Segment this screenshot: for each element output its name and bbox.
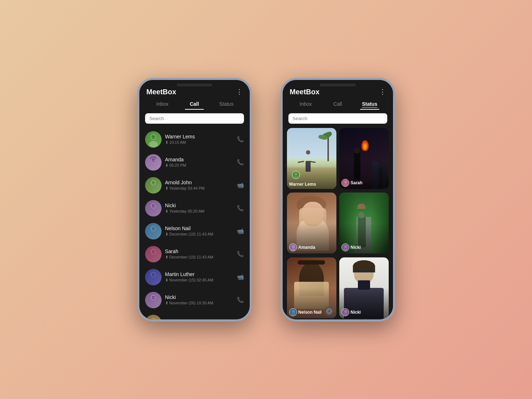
svg-point-13 [153,204,154,205]
call-item-arnold[interactable]: Arnold John ⬆ Yesterday 03:44 PM 📹 [145,174,244,197]
tabs-left: Inbox Call Status [139,99,250,109]
header-right: MeetBox ⋮ [283,80,393,99]
svg-point-39 [344,248,348,251]
svg-point-4 [153,136,154,137]
camera-overlay-nelson [324,306,334,316]
call-item-nicki1[interactable]: Nicki ⬇ Yesterday 05:20 AM 📞 [145,197,244,220]
call-name-martin: Martin Luther [165,271,233,277]
more-icon-right[interactable]: ⋮ [379,89,386,95]
svg-point-41 [292,310,295,313]
status-card-nelson[interactable]: Nelson Nail [287,257,336,318]
tabs-right: Inbox Call Status [283,99,393,109]
svg-point-23 [150,295,156,300]
call-time-arnold: ⬆ Yesterday 03:44 PM [165,186,233,191]
search-input-left[interactable] [149,116,240,121]
svg-point-19 [153,250,154,251]
screen-right: MeetBox ⋮ Inbox Call Status [283,80,393,319]
svg-point-46 [344,310,347,313]
status-name-nicki2: Nicki [351,310,361,315]
call-info-arnold: Arnold John ⬆ Yesterday 03:44 PM [165,180,233,191]
call-item-warner[interactable]: Warner Lems ⬆ 10:15 AM 📞 [145,128,244,151]
call-time-warner: ⬆ 10:15 AM [165,140,233,145]
svg-point-42 [291,313,296,316]
svg-point-11 [150,203,156,209]
phone-left: MeetBox ⋮ Inbox Call Status [137,78,252,322]
phone-icon-nicki1[interactable]: 📞 [237,205,244,212]
call-name-amanda: Amanda [165,157,233,162]
call-item-martin[interactable]: Martin Luther ⬇ November (15) 02:45 AM 📹 [145,266,244,289]
svg-point-6 [152,158,153,160]
phone-right: MeetBox ⋮ Inbox Call Status [281,78,395,322]
search-bar-left[interactable] [145,113,244,124]
call-info-martin: Martin Luther ⬇ November (15) 02:45 AM [165,271,233,282]
tab-call-left[interactable]: Call [178,99,210,109]
svg-point-26 [150,318,156,319]
search-bar-right[interactable] [288,113,387,124]
call-info-warner: Warner Lems ⬆ 10:15 AM [165,134,233,145]
svg-point-35 [292,245,295,248]
svg-point-9 [152,181,153,182]
svg-point-8 [150,180,156,186]
svg-point-17 [150,249,156,255]
status-card-sarah[interactable]: Sarah [339,128,389,189]
status-card-nicki2[interactable]: Nicki [339,257,389,318]
call-item-nelson[interactable]: Nelson Nail ⬇ December (10) 11:43 AM 📹 [145,220,244,243]
svg-point-20 [150,272,156,277]
phone-icon-nicki2[interactable]: 📞 [237,296,244,303]
svg-point-36 [291,248,296,251]
svg-point-29 [294,172,297,175]
call-info-nicki2: Nicki ⬆ November (26) 10:30 AM [165,294,233,305]
svg-point-3 [152,136,153,137]
svg-point-33 [344,184,348,187]
avatar-nelson [145,223,162,239]
phone-notch [177,84,212,86]
svg-point-21 [152,273,153,274]
avatar-john [145,315,162,319]
svg-point-25 [153,296,154,297]
status-name-nelson: Nelson Nail [298,310,322,315]
call-item-sarah[interactable]: Sarah ⬆ December (10) 11:43 AM 📞 [145,243,244,266]
avatar-arnold [145,177,162,194]
avatar-warner [145,131,162,148]
status-name-warner: Warner Lems [289,182,316,187]
status-card-amanda[interactable]: Amanda [287,193,336,253]
svg-point-38 [344,245,347,248]
status-card-warner[interactable]: Warner Lems [287,128,336,189]
svg-point-14 [150,226,156,232]
status-avatar-sarah [341,179,349,187]
svg-point-32 [344,181,347,184]
svg-point-24 [152,296,153,297]
status-card-nicki[interactable]: Nicki [339,193,389,253]
tab-inbox-left[interactable]: Inbox [147,99,178,109]
call-item-nicki2[interactable]: Nicki ⬆ November (26) 10:30 AM 📞 [145,289,244,312]
app-title-left: MeetBox [147,88,176,96]
svg-point-43 [326,309,331,314]
tab-inbox-right[interactable]: Inbox [290,99,322,109]
status-overlay-warner [287,128,336,189]
more-icon-left[interactable]: ⋮ [236,89,243,95]
tab-call-right[interactable]: Call [322,99,354,109]
status-name-sarah: Sarah [351,180,363,185]
call-name-nicki2: Nicki [165,294,233,300]
phone-icon-warner[interactable]: 📞 [237,136,244,143]
phone-notch-right [320,84,356,86]
call-name-nicki1: Nicki [165,203,233,208]
status-avatar-warner [292,171,300,179]
call-info-amanda: Amanda ⬇ 05:20 PM [165,157,233,168]
call-item-amanda[interactable]: Amanda ⬇ 05:20 PM 📞 [145,151,244,174]
svg-point-44 [328,310,331,313]
phone-icon-amanda[interactable]: 📞 [237,159,244,166]
search-input-right[interactable] [293,116,383,121]
status-avatar-amanda [289,243,297,251]
tab-status-right[interactable]: Status [354,99,385,109]
svg-point-1 [149,141,158,147]
video-icon-arnold[interactable]: 📹 [237,182,244,189]
phone-icon-sarah[interactable]: 📞 [237,251,244,257]
tab-status-left[interactable]: Status [210,99,242,109]
video-icon-martin[interactable]: 📹 [237,274,244,280]
call-time-nicki2: ⬆ November (26) 10:30 AM [165,301,233,305]
call-info-nelson: Nelson Nail ⬇ December (10) 11:43 AM [165,225,233,237]
avatar-nicki2 [145,292,162,308]
video-icon-nelson[interactable]: 📹 [237,228,244,234]
call-item-john[interactable]: John Carlos 📹 [145,312,244,319]
